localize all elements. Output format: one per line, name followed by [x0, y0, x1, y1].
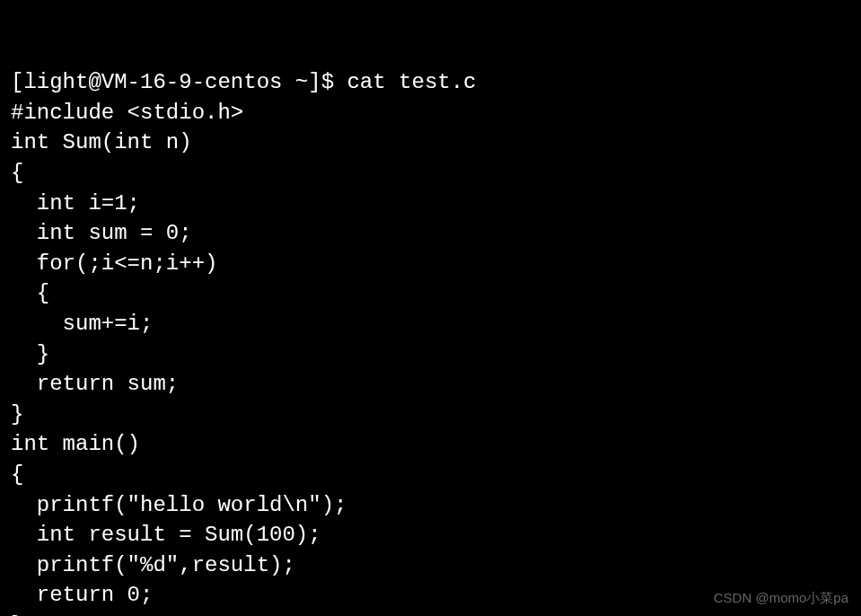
code-line: printf("hello world\n");	[11, 490, 850, 521]
shell-prompt: [light@VM-16-9-centos ~]$	[11, 70, 347, 94]
code-line: {	[11, 460, 850, 490]
code-line: int main()	[11, 429, 850, 460]
code-line: }	[11, 611, 850, 616]
code-line: sum+=i;	[11, 309, 850, 339]
command-line: [light@VM-16-9-centos ~]$ cat test.c	[11, 67, 850, 98]
code-line: int Sum(int n)	[11, 128, 850, 158]
watermark-text: CSDN @momo小菜pa	[714, 588, 848, 607]
command-text: cat test.c	[347, 70, 476, 94]
code-line: for(;i<=n;i++)	[11, 249, 850, 279]
code-line: }	[11, 339, 850, 370]
code-line: int result = Sum(100);	[11, 520, 850, 550]
terminal-output[interactable]: [light@VM-16-9-centos ~]$ cat test.c#inc…	[11, 7, 850, 616]
code-line: int sum = 0;	[11, 218, 850, 249]
code-line: {	[11, 158, 850, 189]
code-line: }	[11, 400, 850, 430]
code-line: {	[11, 278, 850, 309]
code-line: int i=1;	[11, 189, 850, 219]
code-line: #include <stdio.h>	[11, 98, 850, 128]
code-line: printf("%d",result);	[11, 550, 850, 581]
code-line: return sum;	[11, 369, 850, 400]
